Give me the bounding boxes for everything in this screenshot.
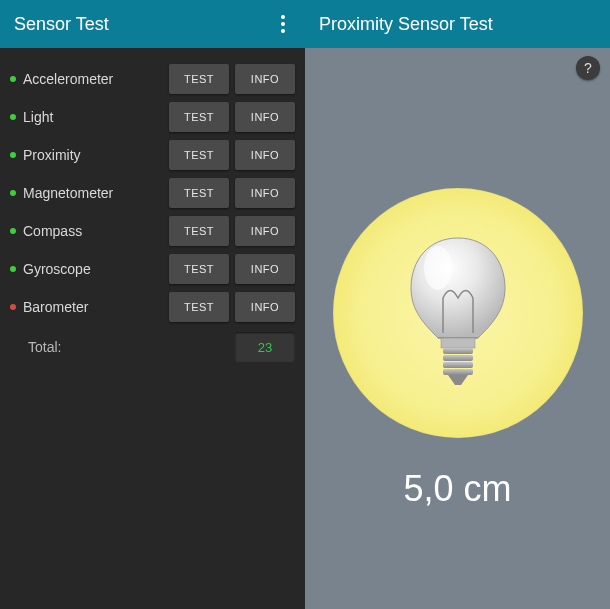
- proximity-reading: 5,0 cm: [403, 468, 511, 510]
- test-button[interactable]: TEST: [169, 178, 229, 208]
- test-button[interactable]: TEST: [169, 292, 229, 322]
- status-dot-icon: [10, 266, 16, 272]
- sensor-row: BarometerTESTINFO: [10, 288, 295, 326]
- test-button[interactable]: TEST: [169, 140, 229, 170]
- info-button[interactable]: INFO: [235, 64, 295, 94]
- total-value: 23: [235, 332, 295, 362]
- help-button[interactable]: ?: [576, 56, 600, 80]
- sensor-list-pane: Sensor Test AccelerometerTESTINFOLightTE…: [0, 0, 305, 609]
- status-dot-icon: [10, 152, 16, 158]
- sensor-label: Compass: [23, 223, 163, 239]
- sensor-label: Barometer: [23, 299, 163, 315]
- total-row: Total:23: [10, 328, 295, 366]
- sensor-label: Light: [23, 109, 163, 125]
- bulb-area: 5,0 cm: [305, 48, 610, 609]
- sensor-list: AccelerometerTESTINFOLightTESTINFOProxim…: [0, 48, 305, 366]
- sensor-row: AccelerometerTESTINFO: [10, 60, 295, 98]
- info-button[interactable]: INFO: [235, 216, 295, 246]
- help-icon: ?: [584, 60, 592, 76]
- info-button[interactable]: INFO: [235, 178, 295, 208]
- sensor-label: Gyroscope: [23, 261, 163, 277]
- status-dot-icon: [10, 190, 16, 196]
- appbar-right: Proximity Sensor Test: [305, 0, 610, 48]
- sensor-label: Accelerometer: [23, 71, 163, 87]
- test-button[interactable]: TEST: [169, 254, 229, 284]
- status-dot-icon: [10, 304, 16, 310]
- info-button[interactable]: INFO: [235, 292, 295, 322]
- sensor-row: LightTESTINFO: [10, 98, 295, 136]
- svg-point-0: [424, 246, 452, 290]
- overflow-menu-icon[interactable]: [275, 9, 291, 39]
- svg-rect-5: [443, 362, 473, 368]
- info-button[interactable]: INFO: [235, 140, 295, 170]
- svg-rect-6: [443, 369, 473, 375]
- appbar-left: Sensor Test: [0, 0, 305, 48]
- sensor-label: Proximity: [23, 147, 163, 163]
- appbar-title-left: Sensor Test: [14, 14, 109, 35]
- svg-rect-2: [441, 338, 475, 348]
- sensor-row: ProximityTESTINFO: [10, 136, 295, 174]
- bulb-glow: [333, 188, 583, 438]
- status-dot-icon: [10, 76, 16, 82]
- info-button[interactable]: INFO: [235, 254, 295, 284]
- test-button[interactable]: TEST: [169, 64, 229, 94]
- sensor-row: CompassTESTINFO: [10, 212, 295, 250]
- info-button[interactable]: INFO: [235, 102, 295, 132]
- test-button[interactable]: TEST: [169, 102, 229, 132]
- total-label: Total:: [10, 339, 163, 355]
- status-dot-icon: [10, 114, 16, 120]
- svg-rect-4: [443, 355, 473, 361]
- svg-rect-3: [443, 348, 473, 354]
- status-dot-icon: [10, 228, 16, 234]
- test-button[interactable]: TEST: [169, 216, 229, 246]
- sensor-row: MagnetometerTESTINFO: [10, 174, 295, 212]
- sensor-label: Magnetometer: [23, 185, 163, 201]
- proximity-test-pane: Proximity Sensor Test ?: [305, 0, 610, 609]
- sensor-row: GyroscopeTESTINFO: [10, 250, 295, 288]
- lightbulb-icon: [403, 233, 513, 393]
- appbar-title-right: Proximity Sensor Test: [319, 14, 493, 35]
